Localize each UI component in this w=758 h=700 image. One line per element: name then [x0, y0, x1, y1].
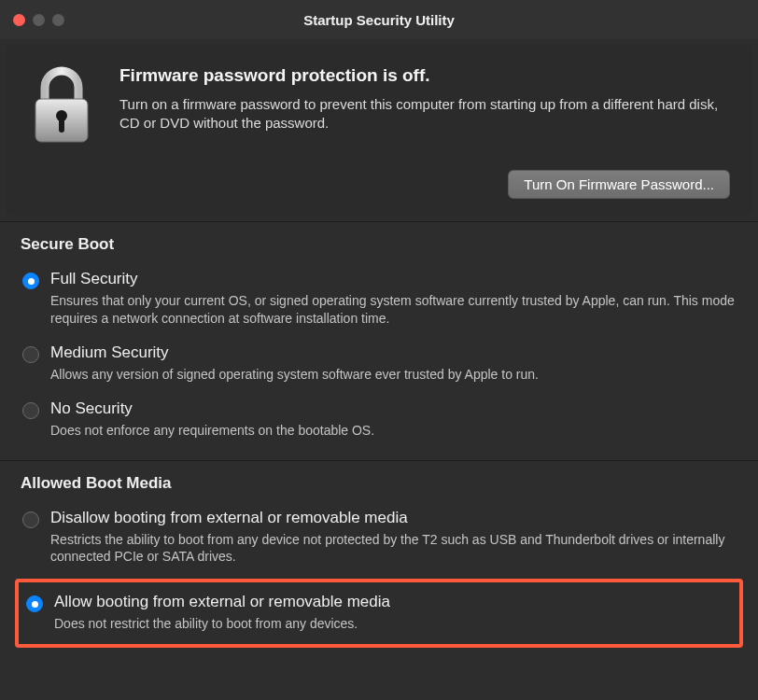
window-titlebar: Startup Security Utility — [0, 0, 758, 39]
firmware-description: Turn on a firmware password to prevent t… — [119, 95, 730, 133]
option-label: Disallow booting from external or remova… — [50, 509, 736, 527]
radio-unselected-icon — [22, 346, 39, 363]
firmware-heading: Firmware password protection is off. — [119, 65, 730, 86]
svg-rect-2 — [59, 118, 64, 133]
traffic-lights — [13, 14, 64, 26]
firmware-text: Firmware password protection is off. Tur… — [119, 65, 730, 133]
secure-boot-option-full[interactable]: Full Security Ensures that only your cur… — [21, 265, 737, 339]
secure-boot-option-none[interactable]: No Security Does not enforce any require… — [21, 395, 737, 451]
option-description: Does not enforce any requirements on the… — [50, 422, 736, 440]
boot-media-option-disallow[interactable]: Disallow booting from external or remova… — [21, 504, 737, 578]
radio-unselected-icon — [22, 511, 39, 528]
radio-unselected-icon — [22, 402, 39, 419]
option-description: Ensures that only your current OS, or si… — [50, 292, 736, 328]
allowed-boot-media-section: Allowed Boot Media Disallow booting from… — [0, 460, 758, 662]
radio-selected-icon — [26, 595, 43, 612]
option-label: No Security — [50, 399, 736, 418]
option-label: Medium Security — [50, 343, 736, 362]
option-description: Does not restrict the ability to boot fr… — [54, 615, 732, 633]
turn-on-firmware-password-button[interactable]: Turn On Firmware Password... — [508, 170, 730, 199]
startup-security-utility-window: Startup Security Utility — [0, 0, 758, 700]
allowed-boot-media-heading: Allowed Boot Media — [21, 474, 737, 493]
secure-boot-section: Secure Boot Full Security Ensures that o… — [0, 221, 758, 460]
firmware-password-section: Firmware password protection is off. Tur… — [6, 45, 752, 216]
secure-boot-heading: Secure Boot — [21, 235, 737, 254]
option-description: Allows any version of signed operating s… — [50, 366, 736, 384]
secure-boot-option-medium[interactable]: Medium Security Allows any version of si… — [21, 339, 737, 395]
window-title: Startup Security Utility — [0, 12, 758, 28]
minimize-window-button[interactable] — [33, 14, 45, 26]
radio-selected-icon — [22, 273, 39, 289]
option-label: Allow booting from external or removable… — [54, 593, 732, 611]
lock-icon — [28, 65, 95, 146]
zoom-window-button[interactable] — [52, 14, 64, 26]
boot-media-option-allow[interactable]: Allow booting from external or removable… — [24, 588, 734, 635]
close-window-button[interactable] — [13, 14, 25, 26]
highlighted-selection-box: Allow booting from external or removable… — [15, 579, 743, 648]
option-label: Full Security — [50, 270, 736, 288]
option-description: Restricts the ability to boot from any d… — [50, 531, 736, 567]
